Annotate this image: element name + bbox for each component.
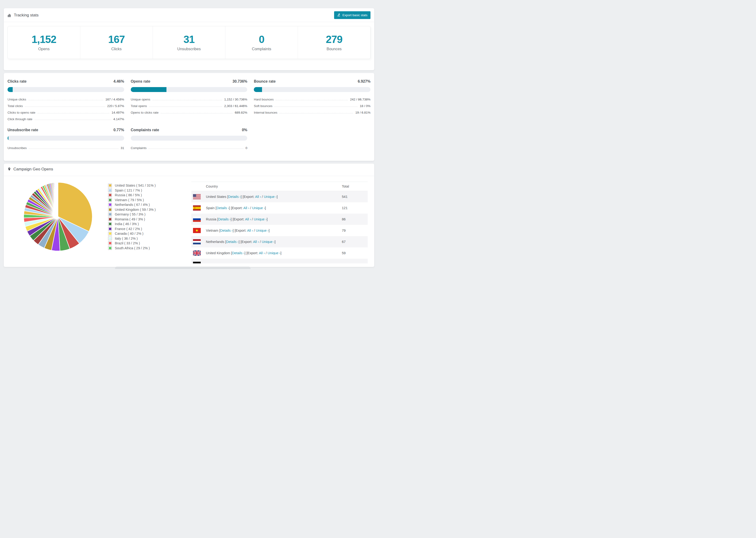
stat-label-bounces: Bounces <box>298 47 370 51</box>
detail-value: 2,303 / 61.446% <box>224 104 247 108</box>
legend-label: Russia ( 86 / 5% ) <box>115 193 142 197</box>
table-row-vietnam: Vietnam [Details ›] [Export: All › / Uni… <box>191 225 368 236</box>
export-all-link-russia[interactable]: All › <box>245 217 251 221</box>
export-unique-link-united-kingdom[interactable]: Unique › <box>268 251 281 255</box>
total-cell-spain: 121 <box>342 206 368 210</box>
legend-swatch <box>108 212 112 216</box>
export-basic-stats-button[interactable]: Export basic stats <box>334 11 370 19</box>
country-cell-spain: Spain [Details ›] [Export: All › / Uniqu… <box>206 206 342 210</box>
detail-row: Total clicks220 / 5.87% <box>8 102 124 108</box>
export-unique-link-russia[interactable]: Unique › <box>254 217 267 221</box>
details-link-united-kingdom[interactable]: Details › <box>232 251 244 255</box>
legend-swatch <box>108 227 112 231</box>
geo-table-header: Country Total <box>191 182 368 191</box>
detail-row: Total opens2,303 / 61.446% <box>131 102 247 108</box>
detail-value: 14.497% <box>112 111 124 115</box>
rate-detail-rows: Unsubscribes31 <box>8 144 124 150</box>
flag-de-icon <box>193 262 201 263</box>
flag-Russia-icon <box>193 217 201 222</box>
legend-label: United Kingdom ( 59 / 3% ) <box>115 208 156 211</box>
rate-head-complaints-rate: Complaints rate0% <box>131 128 247 132</box>
detail-row: Internal bounces19 / 6.81% <box>254 108 370 115</box>
tracking-stats-body: 1,152Opens167Clicks31Unsubscribes0Compla… <box>4 22 374 70</box>
geo-section-title: Campaign Geo Opens <box>13 167 53 171</box>
detail-label: Internal bounces <box>254 111 277 115</box>
details-link-united-states[interactable]: Details › <box>228 195 241 198</box>
stat-cell-opens: 1,152Opens <box>8 26 80 59</box>
legend-label: Germany ( 55 / 3% ) <box>115 212 145 216</box>
rate-value-unsubscribe-rate: 0.77% <box>113 128 124 132</box>
legend-label: Brazil ( 33 / 2% ) <box>115 241 140 245</box>
detail-value: 1,152 / 30.736% <box>224 98 247 102</box>
tracking-stats-title-wrap: Tracking stats <box>8 13 38 17</box>
legend-swatch <box>108 217 112 221</box>
horizontal-scrollbar-thumb[interactable] <box>115 267 250 269</box>
detail-label: Click through rate <box>8 117 32 122</box>
export-all-link-united-kingdom[interactable]: All › <box>259 251 265 255</box>
details-link-vietnam[interactable]: Details › <box>220 229 233 232</box>
export-all-link-vietnam[interactable]: All › <box>247 229 253 232</box>
detail-label: Soft bounces <box>254 104 272 108</box>
country-cell-netherlands: Netherlands [Details ›] [Export: All › /… <box>206 240 342 243</box>
detail-value: 220 / 5.87% <box>107 104 124 108</box>
detail-value: 4.147% <box>113 117 124 122</box>
legend-item-netherlands: Netherlands ( 67 / 4% ) <box>108 202 156 207</box>
rate-value-bounce-rate: 6.927% <box>358 79 370 83</box>
progress-track-bounce-rate <box>254 87 370 92</box>
legend-item-india: India ( 46 / 3% ) <box>108 222 156 227</box>
detail-value: 31 <box>121 146 124 150</box>
dotted-leader <box>34 120 111 120</box>
legend-label: Italy ( 36 / 2% ) <box>115 237 138 241</box>
detail-row: Unique clicks167 / 4.456% <box>8 95 124 102</box>
flag-United States-icon <box>193 194 201 199</box>
geo-table: Country Total United States [Details ›] … <box>191 182 368 263</box>
export-all-link-united-states[interactable]: All › <box>255 195 261 198</box>
detail-row: Click through rate4.147% <box>8 115 124 122</box>
total-cell-vietnam: 79 <box>342 229 368 232</box>
total-cell-russia: 86 <box>342 217 368 221</box>
legend-item-south-africa: South Africa ( 29 / 2% ) <box>108 246 156 251</box>
legend-swatch <box>108 237 112 241</box>
table-row-spain: Spain [Details ›] [Export: All › / Uniqu… <box>191 202 368 214</box>
export-unique-link-united-states[interactable]: Unique › <box>264 195 277 198</box>
stat-label-clicks: Clicks <box>80 47 153 51</box>
tracking-stats-header: Tracking stats Export basic stats <box>4 8 374 22</box>
legend-item-united-states: United States ( 541 / 31% ) <box>108 183 156 188</box>
rate-block-bounce-rate: Bounce rate6.927%Hard bounces242 / 86.73… <box>254 79 370 122</box>
detail-label: Unique clicks <box>8 98 26 102</box>
detail-value: 0 <box>245 146 247 150</box>
export-all-link-spain[interactable]: All › <box>243 206 249 210</box>
export-unique-link-vietnam[interactable]: Unique › <box>256 229 269 232</box>
export-unique-link-netherlands[interactable]: Unique › <box>262 240 275 243</box>
detail-label: Hard bounces <box>254 98 274 102</box>
bar-chart-icon <box>8 13 12 17</box>
legend-label: France ( 42 / 2% ) <box>115 227 142 231</box>
geo-header: Campaign Geo Opens <box>4 164 374 176</box>
stat-cell-bounces: 279Bounces <box>298 26 370 59</box>
details-link-spain[interactable]: Details › <box>216 206 229 210</box>
stat-value-clicks: 167 <box>80 34 153 45</box>
flag-Vietnam-icon <box>193 228 201 233</box>
detail-value: 19 / 6.81% <box>355 111 370 115</box>
legend-item-russia: Russia ( 86 / 5% ) <box>108 193 156 198</box>
details-link-russia[interactable]: Details › <box>218 217 231 221</box>
dotted-leader <box>152 100 222 100</box>
legend-item-romania: Romania ( 49 / 3% ) <box>108 217 156 222</box>
geo-chart-area: United States ( 541 / 31% )Spain ( 121 /… <box>8 176 191 263</box>
dotted-leader <box>28 100 104 100</box>
export-all-link-netherlands[interactable]: All › <box>253 240 259 243</box>
total-cell-netherlands: 67 <box>342 240 368 243</box>
column-header-total: Total <box>342 185 368 188</box>
rate-head-bounce-rate: Bounce rate6.927% <box>254 79 370 83</box>
detail-value: 242 / 86.738% <box>350 98 370 102</box>
country-cell-united-kingdom: United Kingdom [Details ›] [Export: All … <box>206 251 342 255</box>
details-link-netherlands[interactable]: Details › <box>226 240 239 243</box>
legend-swatch <box>108 193 112 197</box>
rate-head-unsubscribe-rate: Unsubscribe rate0.77% <box>8 128 124 132</box>
rate-value-complaints-rate: 0% <box>242 128 247 132</box>
stat-cell-complaints: 0Complaints <box>225 26 298 59</box>
export-button-label: Export basic stats <box>342 13 367 17</box>
rate-detail-rows: Unique clicks167 / 4.456%Total clicks220… <box>8 95 124 122</box>
export-unique-link-spain[interactable]: Unique › <box>252 206 265 210</box>
legend-item-united-kingdom: United Kingdom ( 59 / 3% ) <box>108 207 156 212</box>
